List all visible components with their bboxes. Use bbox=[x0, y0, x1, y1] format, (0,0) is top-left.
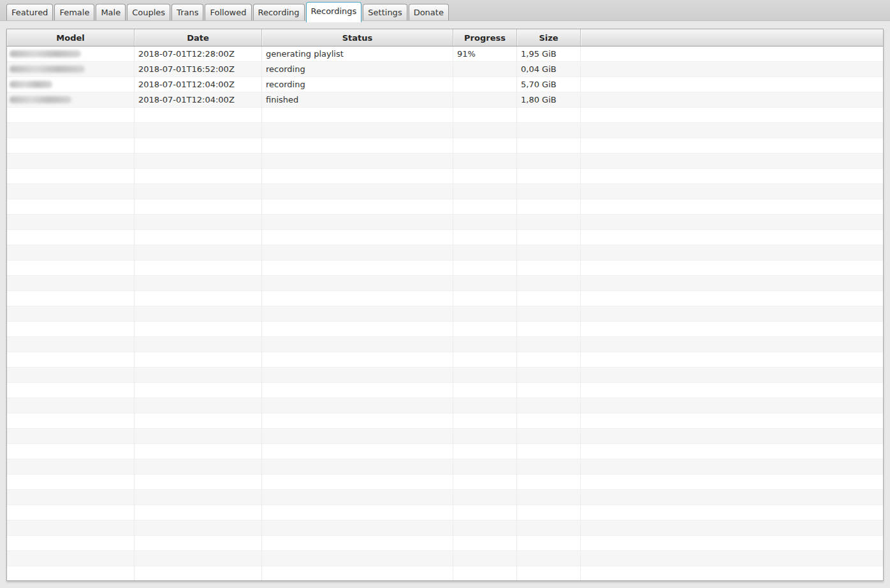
cell-size bbox=[517, 261, 581, 275]
cell-blank bbox=[581, 475, 883, 489]
table-row-empty bbox=[7, 322, 883, 337]
tab-label: Recording bbox=[258, 8, 300, 17]
cell-progress bbox=[453, 276, 517, 290]
tab-label: Recordings bbox=[311, 6, 357, 16]
tab-label: Settings bbox=[368, 8, 402, 17]
table-row-empty bbox=[7, 475, 883, 490]
cell-progress bbox=[453, 444, 517, 459]
column-header-status[interactable]: Status bbox=[262, 29, 453, 46]
cell-date bbox=[135, 368, 262, 382]
cell-progress bbox=[453, 398, 517, 413]
tab-trans[interactable]: Trans bbox=[171, 4, 203, 20]
cell-model bbox=[7, 154, 135, 168]
table-row[interactable]: 2018-07-01T12:04:00Zrecording5,70 GiB bbox=[7, 77, 883, 92]
cell-progress bbox=[453, 337, 517, 352]
column-header-date[interactable]: Date bbox=[135, 29, 262, 46]
cell-size bbox=[517, 505, 581, 520]
cell-blank bbox=[581, 154, 883, 168]
table-row-empty bbox=[7, 108, 883, 123]
cell-blank bbox=[581, 536, 883, 550]
cell-model bbox=[7, 490, 135, 505]
tab-followed[interactable]: Followed bbox=[205, 4, 251, 20]
table-row-empty bbox=[7, 383, 883, 398]
cell-status bbox=[262, 413, 453, 428]
tab-donate[interactable]: Donate bbox=[409, 4, 449, 20]
tab-settings[interactable]: Settings bbox=[363, 4, 407, 20]
tab-recordings[interactable]: Recordings bbox=[306, 2, 362, 22]
cell-progress bbox=[453, 199, 517, 214]
cell-progress bbox=[453, 475, 517, 489]
tab-male[interactable]: Male bbox=[96, 4, 126, 20]
cell-model bbox=[7, 62, 135, 76]
column-header-progress[interactable]: Progress bbox=[453, 29, 517, 46]
cell-status bbox=[262, 215, 453, 229]
cell-date bbox=[135, 444, 262, 459]
column-header-label: Progress bbox=[464, 33, 506, 43]
column-header-blank bbox=[581, 29, 883, 46]
cell-status bbox=[262, 230, 453, 245]
cell-blank bbox=[581, 352, 883, 367]
cell-size bbox=[517, 306, 581, 321]
cell-status bbox=[262, 322, 453, 336]
column-header-model[interactable]: Model bbox=[7, 29, 135, 46]
cell-size bbox=[517, 566, 581, 580]
cell-status: recording bbox=[262, 77, 453, 92]
table-row-empty bbox=[7, 413, 883, 429]
cell-model bbox=[7, 261, 135, 275]
table-row[interactable]: 2018-07-01T12:28:00Zgenerating playlist9… bbox=[7, 47, 883, 62]
column-header-label: Status bbox=[342, 33, 373, 43]
cell-date bbox=[135, 154, 262, 168]
cell-blank bbox=[581, 199, 883, 214]
table-row[interactable]: 2018-07-01T16:52:00Zrecording0,04 GiB bbox=[7, 62, 883, 77]
cell-progress bbox=[453, 169, 517, 183]
cell-blank bbox=[581, 398, 883, 413]
cell-model bbox=[7, 413, 135, 428]
cell-size bbox=[517, 398, 581, 413]
cell-status bbox=[262, 138, 453, 153]
cell-blank bbox=[581, 291, 883, 306]
cell-model bbox=[7, 77, 135, 92]
tab-featured[interactable]: Featured bbox=[6, 4, 53, 20]
cell-size bbox=[517, 536, 581, 550]
cell-blank bbox=[581, 337, 883, 352]
cell-model bbox=[7, 199, 135, 214]
cell-status bbox=[262, 306, 453, 321]
cell-blank bbox=[581, 490, 883, 505]
cell-size bbox=[517, 245, 581, 260]
cell-status-text: generating playlist bbox=[266, 49, 344, 59]
cell-progress: 91% bbox=[453, 47, 517, 61]
cell-blank bbox=[581, 276, 883, 290]
cell-blank bbox=[581, 108, 883, 122]
cell-blank bbox=[581, 92, 883, 107]
cell-date-text: 2018-07-01T12:28:00Z bbox=[138, 49, 235, 59]
cell-date bbox=[135, 413, 262, 428]
cell-blank bbox=[581, 47, 883, 61]
table-row-empty bbox=[7, 215, 883, 230]
cell-date bbox=[135, 551, 262, 566]
cell-progress bbox=[453, 352, 517, 367]
cell-status bbox=[262, 154, 453, 168]
table-row-empty bbox=[7, 261, 883, 276]
cell-model bbox=[7, 108, 135, 122]
tab-recording[interactable]: Recording bbox=[253, 4, 305, 20]
cell-date bbox=[135, 138, 262, 153]
cell-model bbox=[7, 551, 135, 566]
column-header-size[interactable]: Size bbox=[517, 29, 581, 46]
cell-blank bbox=[581, 383, 883, 398]
cell-status: recording bbox=[262, 62, 453, 76]
cell-date bbox=[135, 261, 262, 275]
cell-model bbox=[7, 230, 135, 245]
table-row[interactable]: 2018-07-01T12:04:00Zfinished1,80 GiB bbox=[7, 92, 883, 108]
cell-status: generating playlist bbox=[262, 47, 453, 61]
cell-progress bbox=[453, 215, 517, 229]
cell-blank bbox=[581, 123, 883, 138]
cell-blank bbox=[581, 322, 883, 336]
cell-status-text: recording bbox=[266, 80, 305, 89]
cell-progress bbox=[453, 459, 517, 474]
cell-blank bbox=[581, 413, 883, 428]
tab-couples[interactable]: Couples bbox=[127, 4, 170, 20]
cell-status bbox=[262, 429, 453, 443]
cell-blank bbox=[581, 551, 883, 566]
tab-female[interactable]: Female bbox=[54, 4, 94, 20]
cell-progress bbox=[453, 368, 517, 382]
